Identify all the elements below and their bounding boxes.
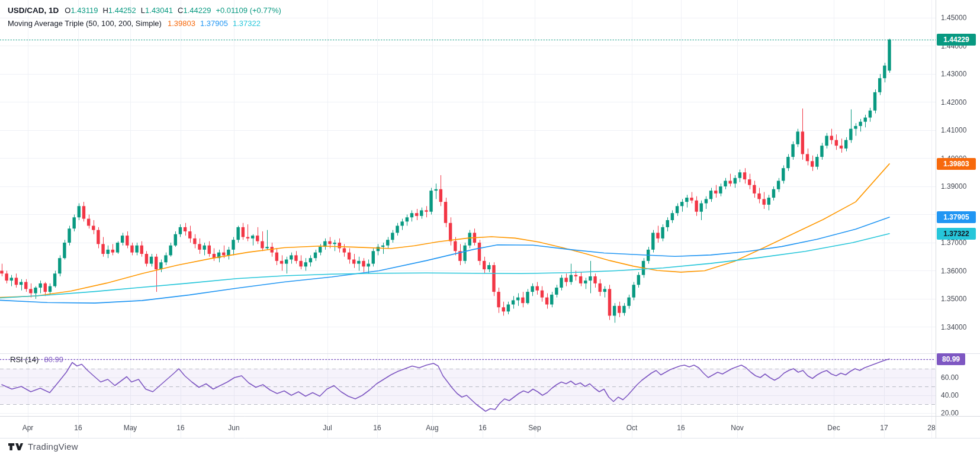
rsi-tick-label: 60.00 <box>941 373 959 382</box>
rsi-tick-label: 40.00 <box>941 391 959 399</box>
ohlc-open: O1.43119 <box>65 6 98 15</box>
legend: USD/CAD, 1D O1.43119 H1.44252 L1.43041 C… <box>8 4 281 30</box>
tradingview-brand-text: TradingView <box>28 441 78 452</box>
rsi-legend-row[interactable]: RSI (14) 80.99 <box>10 355 63 364</box>
price-value-badge: 1.44229 <box>937 34 976 46</box>
ma-indicator-label: Moving Average Triple (50, 100, 200, Sim… <box>8 19 162 28</box>
time-tick-label: 28 <box>927 424 935 432</box>
ma200-value: 1.37322 <box>233 19 261 28</box>
time-tick-label: Apr <box>23 424 34 432</box>
time-tick-label: 16 <box>176 424 184 432</box>
price-tick-label: 1.41000 <box>941 126 966 134</box>
ma100-value: 1.37905 <box>200 19 228 28</box>
price-tick-label: 1.34000 <box>941 323 966 331</box>
change-value: +0.01109 (+0.77%) <box>216 6 281 15</box>
time-tick-label: Dec <box>827 424 840 432</box>
symbol-legend-row[interactable]: USD/CAD, 1D O1.43119 H1.44252 L1.43041 C… <box>8 4 281 17</box>
price-value-badge: 1.39803 <box>937 158 976 170</box>
price-value-badge: 1.37905 <box>937 211 976 223</box>
time-tick-label: Nov <box>731 424 743 432</box>
ohlc-low: L1.43041 <box>141 6 173 15</box>
time-tick-label: 16 <box>74 424 82 432</box>
time-tick-label: 16 <box>373 424 381 432</box>
rsi-value: 80.99 <box>44 355 63 364</box>
price-tick-label: 1.42000 <box>941 98 966 107</box>
time-axis[interactable] <box>0 416 936 438</box>
time-tick-label: Oct <box>626 424 638 432</box>
time-tick-label: Jun <box>228 424 239 432</box>
price-value-badge: 1.37322 <box>937 228 976 240</box>
tradingview-attribution[interactable]: TradingView <box>8 441 78 452</box>
time-tick-label: 16 <box>677 424 685 432</box>
time-tick-label: Sep <box>528 424 541 432</box>
ma-legend-row[interactable]: Moving Average Triple (50, 100, 200, Sim… <box>8 17 281 30</box>
price-tick-label: 1.36000 <box>941 267 966 275</box>
tradingview-logo-icon <box>8 442 24 452</box>
time-tick-label: Aug <box>426 424 438 432</box>
rsi-indicator-label: RSI (14) <box>10 355 38 364</box>
ma50-value: 1.39803 <box>168 19 195 28</box>
time-tick-label: 16 <box>478 424 486 432</box>
ohlc-close: C1.44229 <box>178 6 211 15</box>
price-tick-label: 1.39000 <box>941 182 966 191</box>
price-tick-label: 1.43000 <box>941 70 966 78</box>
time-tick-label: May <box>124 424 137 432</box>
time-tick-label: 17 <box>880 424 888 432</box>
time-tick-label: Jul <box>323 424 332 432</box>
rsi-value-badge: 80.99 <box>937 353 965 365</box>
ohlc-high: H1.44252 <box>102 6 136 15</box>
chart-plot-area[interactable] <box>0 0 980 461</box>
rsi-tick-label: 20.00 <box>941 409 959 417</box>
symbol-title: USD/CAD, 1D <box>8 6 59 15</box>
price-tick-label: 1.45000 <box>941 14 966 22</box>
price-tick-label: 1.35000 <box>941 295 966 303</box>
price-tick-label: 1.37000 <box>941 238 966 247</box>
tradingview-chart: USD/CAD, 1D O1.43119 H1.44252 L1.43041 C… <box>0 0 980 461</box>
